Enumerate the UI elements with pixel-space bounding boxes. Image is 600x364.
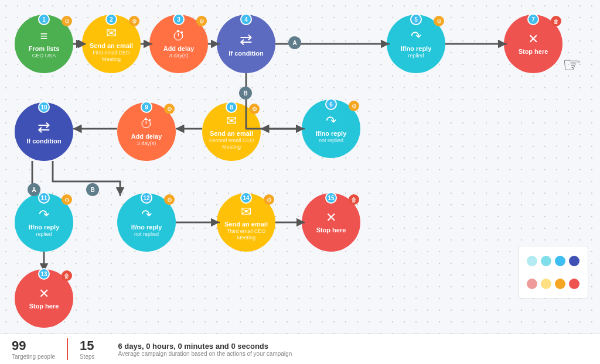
gear-icon-8[interactable]: ⚙ bbox=[249, 104, 260, 114]
node-add-delay-2[interactable]: 9 ⚙ ⏱ Add delay 3 day(s) bbox=[117, 102, 176, 161]
node-icon-2: ✉ bbox=[106, 26, 117, 41]
node-subtitle-1: CEO USA bbox=[32, 53, 56, 59]
node-badge-2: 2 bbox=[105, 13, 117, 25]
node-ifnoreply-replied-2[interactable]: 11 ⚙ ↷ If/no reply replied bbox=[15, 193, 73, 252]
node-badge-12: 12 bbox=[141, 192, 152, 204]
node-if-condition-1[interactable]: 4 ⇄ If condition bbox=[217, 15, 275, 73]
node-title-15: Stop here bbox=[316, 226, 346, 234]
node-title-14: Send an email bbox=[224, 221, 268, 228]
node-ifnoreply-notreplied-2[interactable]: 12 ⚙ ↷ If/no reply not replied bbox=[117, 193, 176, 252]
node-title-11: If/no reply bbox=[29, 224, 60, 231]
node-icon-12: ↷ bbox=[141, 207, 152, 222]
gear-icon-1[interactable]: ⚙ bbox=[62, 16, 72, 26]
footer-stat-people: 99 Targeting people bbox=[0, 338, 68, 360]
path-label-b-1: B bbox=[239, 87, 252, 99]
node-badge-3: 3 bbox=[173, 13, 185, 25]
node-badge-7: 7 bbox=[527, 13, 539, 25]
node-title-8: Send an email bbox=[210, 130, 253, 138]
node-subtitle-5: replied bbox=[408, 53, 424, 59]
delete-icon-15[interactable]: 🗑 bbox=[349, 194, 359, 205]
node-badge-4: 4 bbox=[240, 13, 252, 25]
duration-subtext: Average campaign duration based on the a… bbox=[118, 351, 292, 357]
legend-box bbox=[518, 246, 588, 298]
node-send-email-2[interactable]: 8 ⚙ ✉ Send an email Second email CEOMeet… bbox=[202, 102, 261, 161]
node-stop-1[interactable]: 7 🗑 ✕ Stop here bbox=[504, 15, 562, 73]
node-subtitle-9: 3 day(s) bbox=[137, 140, 156, 147]
node-subtitle-6: not replied bbox=[319, 138, 343, 144]
workflow-canvas[interactable]: 1 ⚙ ≡ From lists CEO USA 2 ⚙ ✉ Send an e… bbox=[0, 0, 600, 334]
legend-dot-cyan1 bbox=[527, 256, 537, 266]
gear-icon-11[interactable]: ⚙ bbox=[62, 194, 72, 205]
path-label-a-1: A bbox=[288, 36, 301, 49]
delete-icon-13[interactable]: 🗑 bbox=[62, 270, 72, 281]
node-icon-9: ⏱ bbox=[140, 116, 153, 132]
node-title-5: If/no reply bbox=[401, 45, 432, 53]
node-icon-7: ✕ bbox=[528, 32, 538, 47]
node-send-email-3[interactable]: 14 ⚙ ✉ Send an email Third email CEOMeet… bbox=[217, 193, 275, 252]
gear-icon-12[interactable]: ⚙ bbox=[164, 194, 175, 205]
targeting-people-label: Targeting people bbox=[12, 353, 55, 360]
node-title-7: Stop here bbox=[519, 48, 548, 56]
node-title-10: If condition bbox=[26, 138, 61, 145]
delete-icon-7[interactable]: 🗑 bbox=[551, 16, 561, 26]
gear-icon-3[interactable]: ⚙ bbox=[196, 16, 207, 26]
node-ifnoreply-notreplied-1[interactable]: 6 ⚙ ↷ If/no reply not replied bbox=[302, 99, 360, 158]
node-icon-11: ↷ bbox=[39, 207, 49, 222]
gear-icon-6[interactable]: ⚙ bbox=[349, 101, 359, 111]
node-title-13: Stop here bbox=[29, 303, 59, 310]
node-title-12: If/no reply bbox=[131, 224, 162, 231]
hand-pointer-icon: ☞ bbox=[562, 53, 581, 77]
node-stop-3[interactable]: 13 🗑 ✕ Stop here bbox=[15, 269, 73, 328]
node-title-6: If/no reply bbox=[316, 130, 347, 138]
node-title-4: If condition bbox=[229, 50, 263, 57]
footer-stat-steps: 15 Steps bbox=[68, 338, 107, 360]
node-icon-15: ✕ bbox=[326, 210, 336, 225]
legend-dot-blue bbox=[555, 256, 565, 266]
gear-icon-2[interactable]: ⚙ bbox=[129, 16, 139, 26]
node-badge-10: 10 bbox=[38, 101, 50, 113]
node-subtitle-12: not replied bbox=[134, 231, 159, 238]
node-subtitle-2: First email CEOMeeting bbox=[93, 50, 130, 63]
legend-dot-yellow bbox=[541, 279, 551, 289]
legend-dot-red2 bbox=[569, 279, 579, 289]
node-if-condition-2[interactable]: 10 ⇄ If condition bbox=[15, 102, 73, 161]
node-badge-13: 13 bbox=[38, 268, 50, 280]
node-title-3: Add delay bbox=[163, 45, 195, 53]
node-icon-3: ⏱ bbox=[172, 29, 185, 44]
targeting-people-count: 99 bbox=[12, 338, 55, 353]
gear-icon-5[interactable]: ⚙ bbox=[434, 16, 444, 26]
node-icon-4: ⇄ bbox=[240, 30, 253, 49]
node-send-email-1[interactable]: 2 ⚙ ✉ Send an email First email CEOMeeti… bbox=[82, 15, 141, 73]
node-badge-9: 9 bbox=[141, 101, 152, 113]
node-stop-2[interactable]: 15 🗑 ✕ Stop here bbox=[302, 193, 360, 252]
node-subtitle-3: 3 day(s) bbox=[169, 53, 189, 59]
node-icon-1: ≡ bbox=[40, 29, 48, 44]
gear-icon-14[interactable]: ⚙ bbox=[264, 194, 274, 205]
node-icon-10: ⇄ bbox=[38, 118, 50, 136]
node-badge-15: 15 bbox=[325, 192, 337, 204]
node-badge-1: 1 bbox=[38, 13, 50, 25]
footer-duration: 6 days, 0 hours, 0 minutes and 0 seconds… bbox=[107, 342, 304, 357]
node-icon-8: ✉ bbox=[226, 114, 237, 129]
path-label-b-2: B bbox=[86, 183, 99, 196]
node-badge-11: 11 bbox=[38, 192, 50, 204]
node-title-1: From lists bbox=[29, 45, 60, 53]
node-badge-6: 6 bbox=[325, 98, 337, 110]
node-subtitle-14: Third email CEOMeeting bbox=[227, 228, 266, 241]
node-ifnoreply-replied-1[interactable]: 5 ⚙ ↷ If/no reply replied bbox=[387, 15, 445, 73]
node-title-2: Send an email bbox=[90, 42, 133, 50]
duration-text: 6 days, 0 hours, 0 minutes and 0 seconds bbox=[118, 342, 292, 351]
steps-label: Steps bbox=[80, 353, 95, 360]
node-badge-14: 14 bbox=[240, 192, 252, 204]
node-add-delay-1[interactable]: 3 ⚙ ⏱ Add delay 3 day(s) bbox=[149, 15, 208, 73]
node-subtitle-8: Second email CEOMeeting bbox=[209, 138, 254, 150]
node-icon-14: ✉ bbox=[241, 204, 251, 219]
legend-dot-orange bbox=[555, 279, 565, 289]
legend-dot-darkblue bbox=[569, 256, 579, 266]
footer: 99 Targeting people 15 Steps 6 days, 0 h… bbox=[0, 334, 600, 364]
node-title-9: Add delay bbox=[131, 133, 162, 140]
gear-icon-9[interactable]: ⚙ bbox=[164, 104, 175, 114]
node-from-lists[interactable]: 1 ⚙ ≡ From lists CEO USA bbox=[15, 15, 73, 73]
node-badge-8: 8 bbox=[226, 101, 237, 113]
node-badge-5: 5 bbox=[410, 13, 422, 25]
